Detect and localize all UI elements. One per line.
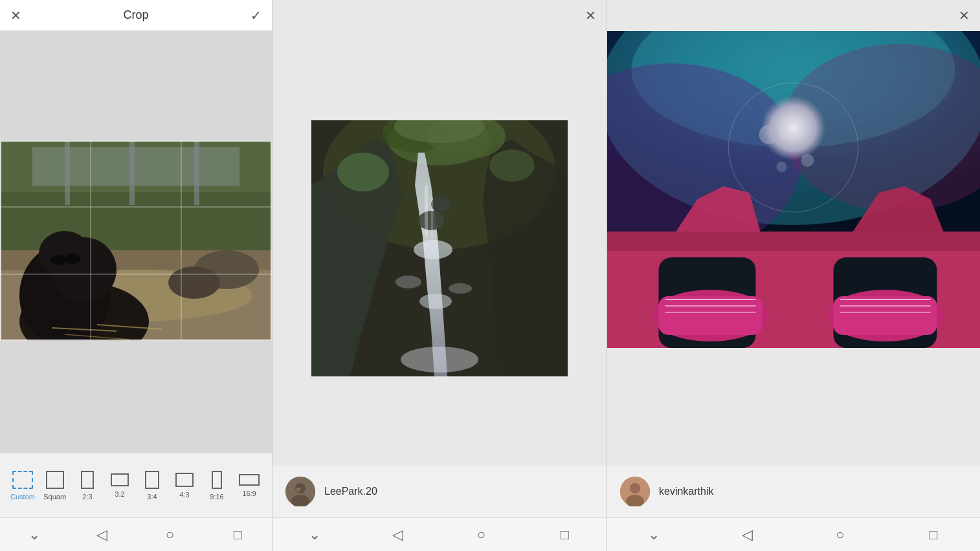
crop-toolbar: Custom Square 2:3 3:2 3:: [0, 453, 272, 517]
waterfall-avatar: [285, 477, 315, 506]
svg-point-55: [801, 154, 814, 167]
svg-point-12: [39, 231, 91, 276]
crop-option-square-label: Square: [43, 493, 66, 501]
space-username: kevinkarthik: [659, 486, 713, 497]
3x4-crop-icon: [145, 471, 159, 489]
svg-rect-2: [32, 147, 239, 186]
custom-crop-icon: [12, 471, 33, 489]
svg-rect-40: [425, 185, 428, 237]
space-image-container: [607, 31, 980, 466]
nav-back-icon-3[interactable]: ◁: [734, 522, 760, 548]
crop-option-3x4[interactable]: 3:4: [139, 471, 165, 501]
nav-square-icon-3[interactable]: □: [920, 522, 946, 548]
svg-point-54: [759, 125, 779, 144]
svg-point-37: [431, 197, 451, 212]
nav-down-icon[interactable]: ⌄: [21, 522, 47, 548]
waterfall-header: ✕: [273, 0, 607, 31]
bottom-nav-space: ⌄ ◁ ○ □: [607, 517, 980, 551]
crop-option-3x4-label: 3:4: [147, 493, 157, 501]
svg-rect-67: [834, 296, 937, 335]
waterfall-panel: ✕: [272, 0, 607, 551]
svg-point-45: [296, 488, 300, 492]
nav-home-icon-3[interactable]: ○: [827, 522, 853, 548]
crop-option-custom[interactable]: Custom: [10, 471, 36, 501]
nav-home-icon[interactable]: ○: [157, 522, 183, 548]
bottom-nav-crop: ⌄ ◁ ○ □: [0, 517, 272, 551]
crop-option-3x2[interactable]: 3:2: [107, 473, 133, 498]
waterfall-close-icon[interactable]: ✕: [585, 8, 596, 23]
svg-point-56: [777, 162, 787, 172]
svg-point-34: [419, 294, 452, 309]
nav-down-icon-2[interactable]: ⌄: [302, 522, 328, 548]
svg-point-72: [630, 483, 640, 493]
nav-square-icon-2[interactable]: □: [552, 522, 578, 548]
nav-square-icon[interactable]: □: [225, 522, 251, 548]
2x3-crop-icon: [81, 471, 94, 489]
waterfall-image: [311, 120, 568, 376]
crop-option-16x9-label: 16:9: [242, 490, 256, 497]
waterfall-image-container: [273, 31, 607, 466]
svg-rect-3: [65, 140, 70, 205]
svg-point-13: [50, 255, 66, 265]
crop-image: [0, 140, 272, 341]
svg-point-31: [337, 153, 389, 191]
waterfall-user-bar: LeePark.20: [273, 466, 607, 517]
crop-option-9x16-label: 9:16: [210, 493, 223, 501]
svg-point-35: [401, 347, 478, 373]
crop-option-9x16[interactable]: 9:16: [204, 471, 230, 501]
nav-back-icon[interactable]: ◁: [89, 522, 115, 548]
confirm-icon[interactable]: ✓: [251, 8, 262, 23]
nav-back-icon-2[interactable]: ◁: [385, 522, 411, 548]
bottom-nav-waterfall: ⌄ ◁ ○ □: [273, 517, 607, 551]
crop-option-16x9[interactable]: 16:9: [236, 474, 262, 497]
crop-header: ✕ Crop ✓: [0, 0, 272, 31]
crop-option-2x3[interactable]: 2:3: [74, 471, 100, 501]
svg-point-16: [168, 266, 220, 299]
svg-point-39: [449, 283, 472, 294]
svg-point-14: [65, 254, 80, 264]
svg-point-38: [395, 276, 421, 288]
nav-down-icon-3[interactable]: ⌄: [641, 522, 667, 548]
crop-panel: ✕ Crop ✓: [0, 0, 272, 551]
space-image: [607, 31, 980, 348]
crop-option-4x3[interactable]: 4:3: [172, 473, 197, 499]
crop-option-custom-label: Custom: [10, 493, 35, 501]
svg-rect-41: [431, 198, 433, 237]
crop-option-square[interactable]: Square: [42, 471, 68, 501]
9x16-crop-icon: [212, 471, 222, 489]
close-icon[interactable]: ✕: [10, 8, 21, 23]
space-avatar: [620, 477, 650, 506]
crop-image-area[interactable]: [0, 31, 272, 453]
space-user-bar: kevinkarthik: [607, 466, 980, 517]
16x9-crop-icon: [239, 474, 260, 486]
waterfall-username: LeePark.20: [324, 486, 377, 497]
space-header: ✕: [607, 0, 980, 31]
svg-point-33: [414, 240, 452, 259]
page-title: Crop: [123, 8, 148, 22]
space-panel: ✕: [607, 0, 980, 551]
square-crop-icon: [46, 471, 64, 489]
space-close-icon[interactable]: ✕: [959, 8, 970, 23]
crop-option-3x2-label: 3:2: [115, 490, 124, 498]
crop-option-2x3-label: 2:3: [82, 493, 92, 501]
crop-option-4x3-label: 4:3: [179, 491, 189, 499]
4x3-crop-icon: [175, 473, 194, 487]
svg-rect-5: [194, 140, 199, 205]
svg-rect-62: [659, 296, 763, 335]
nav-home-icon-2[interactable]: ○: [469, 522, 495, 548]
svg-point-43: [295, 483, 306, 493]
svg-rect-4: [129, 140, 135, 205]
3x2-crop-icon: [111, 473, 129, 486]
svg-point-32: [489, 149, 535, 182]
